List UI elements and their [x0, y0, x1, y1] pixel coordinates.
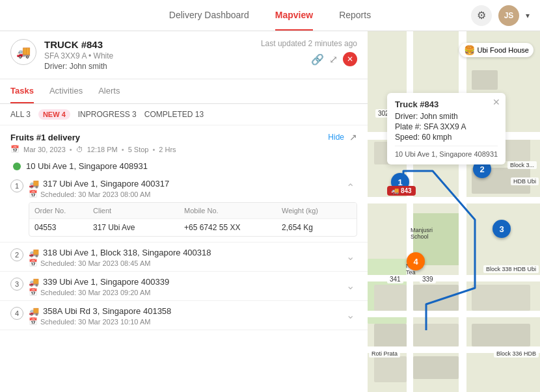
- stop-4-address-row: 🚚 358A Ubi Rd 3, Singapore 401358: [29, 306, 344, 316]
- map-label-341: 341: [387, 275, 403, 283]
- food-icon: 🍔: [464, 45, 475, 55]
- filter-all[interactable]: ALL 3: [10, 110, 31, 119]
- truck-info: TRUCK #843 SFA 3XX9 A • White Driver: Jo…: [44, 39, 261, 71]
- truck-updated: Last updated 2 minutes ago: [261, 39, 357, 48]
- calendar-icon-2: 📅: [29, 259, 38, 267]
- col-mobile: Mobile No.: [184, 207, 282, 215]
- tab-activities[interactable]: Activities: [49, 79, 83, 103]
- truck-mini-icon-2: 🚚: [29, 248, 39, 257]
- clock-icon: ⏱: [76, 146, 83, 153]
- stop-4-collapse[interactable]: ⌄: [344, 306, 357, 324]
- tooltip-title: Truck #843: [395, 99, 498, 109]
- delivery-section: Fruits #1 delivery Hide ↗ 📅 Mar 30, 2023…: [0, 125, 368, 392]
- stop-4-details: 🚚 358A Ubi Rd 3, Singapore 401358 📅 Sche…: [29, 306, 344, 328]
- order-row-1: 04553 317 Ubi Ave +65 6742 55 XX 2,654 K…: [29, 218, 357, 236]
- truck-marker: 🚚 843: [387, 186, 416, 196]
- map-pin-4[interactable]: 4: [407, 252, 425, 270]
- svg-rect-24: [407, 31, 413, 392]
- delivery-time: 12:18 PM: [87, 146, 118, 153]
- stop-1-collapse[interactable]: ⌃: [344, 179, 357, 196]
- filter-completed[interactable]: COMPLETED 13: [144, 110, 204, 119]
- stop-3-address-row: 🚚 339 Ubi Ave 1, Singapore 400339: [29, 277, 344, 287]
- delivery-date: Mar 30, 2023: [23, 146, 66, 153]
- tab-mapview[interactable]: Mapview: [275, 1, 313, 31]
- stop-item-4: 4 🚚 358A Ubi Rd 3, Singapore 401358 📅 Sc…: [0, 301, 368, 330]
- stop-2-number: 2: [10, 248, 23, 261]
- svg-rect-11: [413, 285, 459, 311]
- tab-delivery-dashboard[interactable]: Delivery Dashboard: [169, 1, 249, 31]
- filter-inprogress[interactable]: INPROGRESS 3: [78, 110, 137, 119]
- delivery-duration: 2 Hrs: [159, 146, 176, 153]
- delivery-header-actions: Hide ↗: [328, 132, 357, 142]
- map-pin-3[interactable]: 3: [493, 220, 511, 238]
- svg-rect-13: [374, 324, 407, 350]
- svg-rect-12: [472, 285, 530, 311]
- tooltip-address: 10 Ubi Ave 1, Singapore 408931: [395, 146, 498, 158]
- hide-button[interactable]: Hide: [328, 133, 344, 142]
- main-layout: 🚚 TRUCK #843 SFA 3XX9 A • White Driver: …: [0, 31, 540, 392]
- svg-rect-17: [413, 356, 459, 379]
- stop-1-address-row: 🚚 317 Ubi Ave 1, Singapore 400317: [29, 179, 344, 189]
- order-mobile-1: +65 6742 55 XX: [184, 223, 282, 232]
- left-panel: 🚚 TRUCK #843 SFA 3XX9 A • White Driver: …: [0, 31, 368, 392]
- settings-button[interactable]: ⚙: [471, 5, 492, 26]
- truck-mini-icon-1: 🚚: [29, 179, 39, 189]
- svg-rect-16: [374, 356, 407, 382]
- share-icon[interactable]: ↗: [349, 132, 357, 142]
- nav-right: ⚙ JS ▾: [471, 5, 530, 26]
- stop-4-schedule: 📅 Scheduled: 30 Mar 2023 10:10 AM: [29, 316, 344, 328]
- stop-2-address: 318 Ubi Ave 1, Block 318, Singapore 4003…: [43, 248, 211, 257]
- truck-actions: 🔗 ⤢ ✕: [311, 52, 357, 66]
- col-order-no: Order No.: [34, 207, 93, 215]
- filter-row: ALL 3 NEW 4 INPROGRESS 3 COMPLETED 13: [0, 104, 368, 125]
- calendar-icon-3: 📅: [29, 288, 38, 296]
- close-button[interactable]: ✕: [343, 52, 357, 66]
- delivery-title: Fruits #1 delivery: [10, 133, 80, 142]
- tab-reports[interactable]: Reports: [339, 1, 371, 31]
- tab-alerts[interactable]: Alerts: [98, 79, 120, 103]
- stop-3-collapse[interactable]: ⌄: [344, 277, 357, 294]
- stop-2-scheduled: Scheduled: 30 Mar 2023 08:45 AM: [40, 259, 150, 267]
- tab-tasks[interactable]: Tasks: [10, 79, 34, 103]
- stop-4-scheduled: Scheduled: 30 Mar 2023 10:10 AM: [40, 318, 150, 326]
- stop-4-main: 4 🚚 358A Ubi Rd 3, Singapore 401358 📅 Sc…: [0, 301, 368, 330]
- svg-rect-21: [368, 311, 540, 317]
- stop-2-schedule: 📅 Scheduled: 30 Mar 2023 08:45 AM: [29, 257, 344, 270]
- stop-2-collapse[interactable]: ⌄: [344, 248, 357, 265]
- food-house-marker: 🍔 Ubi Food House: [459, 43, 534, 57]
- calendar-icon-4: 📅: [29, 317, 38, 326]
- stop-1-schedule: 📅 Scheduled: 30 Mar 2023 08:00 AM: [29, 189, 344, 201]
- calendar-icon-1: 📅: [29, 190, 38, 198]
- chevron-down-icon[interactable]: ▾: [526, 11, 530, 20]
- stop-3-schedule: 📅 Scheduled: 30 Mar 2023 09:20 AM: [29, 287, 344, 299]
- map-label-block333: Block 3...: [507, 161, 537, 169]
- filter-new[interactable]: NEW 4: [38, 109, 70, 120]
- col-client: Client: [93, 207, 184, 215]
- stop-2-main: 2 🚚 318 Ubi Ave 1, Block 318, Singapore …: [0, 242, 368, 271]
- expand-button[interactable]: ⤢: [329, 52, 338, 66]
- map-label-block336: Block 336 HDB: [494, 350, 539, 358]
- map-panel: 🍔 Ubi Food House Truck #843 Driver: John…: [368, 31, 540, 392]
- delivery-stops: 5 Stop: [128, 146, 149, 153]
- truck-mini-icon-3: 🚚: [29, 277, 39, 287]
- stop-4-address: 358A Ubi Rd 3, Singapore 401358: [43, 306, 171, 316]
- map-label-roti-prata: Roti Prata: [369, 350, 400, 358]
- stop-item-2: 2 🚚 318 Ubi Ave 1, Block 318, Singapore …: [0, 242, 368, 272]
- origin-dot: [13, 163, 21, 170]
- link-button[interactable]: 🔗: [311, 52, 324, 66]
- delivery-header: Fruits #1 delivery Hide ↗: [0, 125, 368, 145]
- stop-1-address: 317 Ubi Ave 1, Singapore 400317: [43, 179, 169, 189]
- col-weight: Weight (kg): [282, 207, 357, 215]
- task-tabs: Tasks Activities Alerts: [0, 79, 368, 104]
- truck-driver: Driver: John smith: [44, 62, 261, 71]
- avatar[interactable]: JS: [498, 5, 519, 26]
- map-label-manjusri: ManjusriSchool: [408, 226, 435, 241]
- svg-rect-23: [459, 31, 466, 392]
- nav-bar: Delivery Dashboard Mapview Reports ⚙ JS …: [0, 0, 540, 31]
- stop-3-scheduled: Scheduled: 30 Mar 2023 09:20 AM: [40, 289, 150, 296]
- map-label-hdb-ubi: HDB Ubi: [511, 177, 539, 185]
- food-house-label: Ubi Food House: [478, 46, 530, 54]
- tooltip-close-icon[interactable]: ✕: [493, 97, 500, 107]
- truck-header-right: Last updated 2 minutes ago 🔗 ⤢ ✕: [261, 39, 357, 66]
- stop-3-details: 🚚 339 Ubi Ave 1, Singapore 400339 📅 Sche…: [29, 277, 344, 299]
